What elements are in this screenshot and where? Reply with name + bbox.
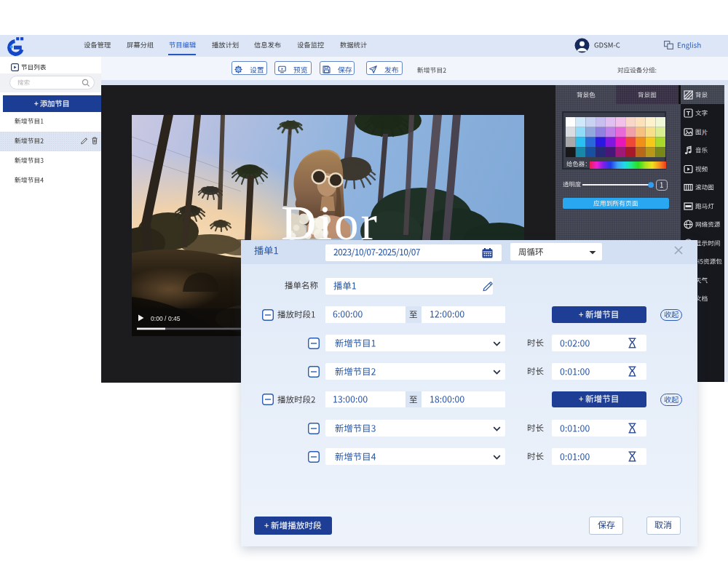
svg-text:片: 片 <box>701 128 708 135</box>
svg-text:0:00 / 0:45: 0:00 / 0:45 <box>151 315 181 322</box>
